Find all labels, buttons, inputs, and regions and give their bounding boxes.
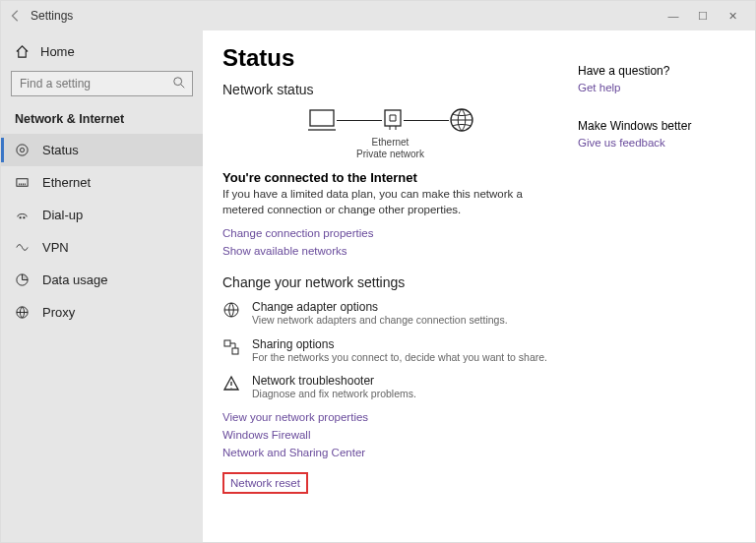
svg-rect-4 <box>20 216 22 218</box>
ethernet-icon <box>15 175 31 190</box>
diagram-label-2: Private network <box>222 149 558 160</box>
troubleshooter-icon <box>222 375 240 401</box>
sidebar-item-dialup[interactable]: Dial-up <box>1 199 203 231</box>
diagram-line <box>337 120 382 121</box>
sidebar-item-label: Dial-up <box>42 208 83 222</box>
option-title: Network troubleshooter <box>252 374 416 388</box>
get-help-link[interactable]: Get help <box>578 82 735 93</box>
svg-rect-9 <box>385 110 401 126</box>
sidebar-item-vpn[interactable]: VPN <box>1 231 203 264</box>
category-heading: Network & Internet <box>1 104 203 134</box>
computer-icon <box>307 107 337 133</box>
change-adapter-options[interactable]: Change adapter options View network adap… <box>222 300 558 328</box>
sidebar: Home Network & Internet Status Ethernet … <box>1 30 203 542</box>
change-connection-properties-link[interactable]: Change connection properties <box>222 227 558 239</box>
svg-rect-5 <box>23 216 25 218</box>
back-icon[interactable] <box>9 9 25 23</box>
section-heading: Network status <box>222 82 558 97</box>
network-reset-link[interactable]: Network reset <box>230 477 300 489</box>
sidebar-item-proxy[interactable]: Proxy <box>1 296 203 329</box>
windows-firewall-link[interactable]: Windows Firewall <box>222 429 558 441</box>
adapter-options-icon <box>222 301 240 328</box>
dialup-icon <box>15 208 31 222</box>
view-network-properties-link[interactable]: View your network properties <box>222 411 558 423</box>
titlebar: Settings — ☐ ✕ <box>1 1 755 30</box>
sidebar-item-datausage[interactable]: Data usage <box>1 264 203 296</box>
sidebar-item-label: Data usage <box>42 272 108 287</box>
sidebar-item-label: Ethernet <box>42 175 91 190</box>
svg-point-1 <box>17 145 28 155</box>
connected-title: You're connected to the Internet <box>222 170 558 185</box>
diagram-line <box>404 120 449 121</box>
search-icon <box>172 76 186 90</box>
network-diagram <box>222 107 558 133</box>
connected-desc: If you have a limited data plan, you can… <box>222 187 558 217</box>
globe-icon <box>449 107 474 133</box>
sidebar-item-ethernet[interactable]: Ethernet <box>1 166 203 199</box>
minimize-button[interactable]: — <box>659 10 688 22</box>
sharing-options[interactable]: Sharing options For the networks you con… <box>222 337 558 365</box>
network-reset-highlight: Network reset <box>222 472 308 494</box>
feedback-heading: Make Windows better <box>578 119 735 133</box>
home-icon <box>15 44 31 59</box>
help-panel: Have a question? Get help Make Windows b… <box>578 44 735 532</box>
sidebar-item-label: VPN <box>42 240 69 255</box>
option-title: Sharing options <box>252 337 547 351</box>
show-available-networks-link[interactable]: Show available networks <box>222 245 558 257</box>
search-input[interactable] <box>11 71 193 96</box>
option-title: Change adapter options <box>252 300 508 314</box>
help-heading: Have a question? <box>578 64 735 78</box>
sharing-icon <box>222 338 240 365</box>
vpn-icon <box>15 240 31 255</box>
proxy-icon <box>15 305 31 320</box>
data-usage-icon <box>15 272 31 287</box>
status-icon <box>15 143 31 157</box>
svg-point-2 <box>20 148 24 151</box>
diagram-label-1: Ethernet <box>222 137 558 149</box>
svg-rect-8 <box>310 110 334 126</box>
svg-rect-3 <box>17 179 28 187</box>
network-troubleshooter[interactable]: Network troubleshooter Diagnose and fix … <box>222 374 558 401</box>
svg-rect-13 <box>232 348 238 354</box>
home-label: Home <box>40 44 75 59</box>
close-button[interactable]: ✕ <box>718 10 747 23</box>
svg-rect-12 <box>224 340 230 346</box>
option-desc: Diagnose and fix network problems. <box>252 388 416 401</box>
sidebar-item-label: Status <box>42 143 79 157</box>
maximize-button[interactable]: ☐ <box>688 10 718 23</box>
network-sharing-center-link[interactable]: Network and Sharing Center <box>222 447 558 458</box>
home-button[interactable]: Home <box>1 36 203 67</box>
window-title: Settings <box>31 9 73 23</box>
svg-point-0 <box>174 78 182 86</box>
sidebar-item-label: Proxy <box>42 305 75 320</box>
main-content: Status Network status Ethernet Private n… <box>222 44 558 532</box>
sidebar-item-status[interactable]: Status <box>1 134 203 166</box>
option-desc: For the networks you connect to, decide … <box>252 351 547 365</box>
adapter-icon <box>382 107 404 133</box>
section-heading: Change your network settings <box>222 274 558 290</box>
page-title: Status <box>222 44 558 72</box>
option-desc: View network adapters and change connect… <box>252 314 508 328</box>
give-feedback-link[interactable]: Give us feedback <box>578 137 735 149</box>
